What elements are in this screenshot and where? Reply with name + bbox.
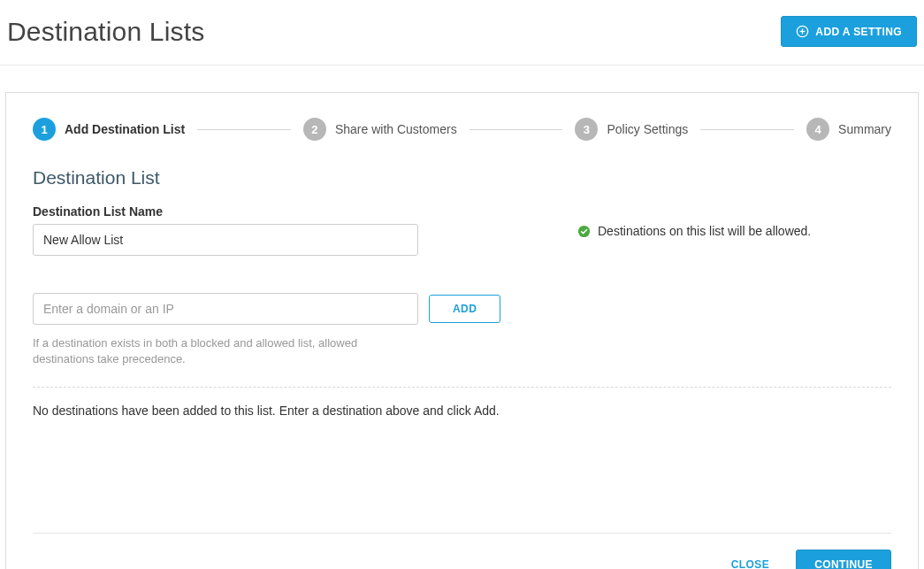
allowed-info-message: Destinations on this list will be allowe… — [577, 224, 891, 238]
step-label: Policy Settings — [607, 122, 688, 136]
name-field-label: Destination List Name — [33, 204, 542, 219]
step-label: Add Destination List — [65, 122, 185, 136]
step-label: Summary — [838, 122, 891, 136]
domain-ip-input[interactable] — [33, 293, 418, 325]
step-add-destination-list[interactable]: 1 Add Destination List — [33, 118, 185, 141]
stepper: 1 Add Destination List 2 Share with Cust… — [33, 118, 891, 141]
wizard-footer: CLOSE CONTINUE — [33, 533, 891, 569]
wizard-panel: 1 Add Destination List 2 Share with Cust… — [5, 92, 919, 569]
plus-circle-icon — [796, 25, 809, 38]
step-divider — [700, 129, 794, 130]
add-setting-button[interactable]: ADD A SETTING — [781, 16, 917, 47]
page-header: Destination Lists ADD A SETTING — [0, 0, 924, 65]
step-policy-settings[interactable]: 3 Policy Settings — [575, 118, 688, 141]
allowed-info-text: Destinations on this list will be allowe… — [598, 224, 811, 238]
step-number: 4 — [806, 118, 829, 141]
destination-list-name-input[interactable] — [33, 224, 418, 256]
step-share-with-customers[interactable]: 2 Share with Customers — [303, 118, 457, 141]
section-title: Destination List — [33, 167, 891, 188]
step-number: 2 — [303, 118, 326, 141]
continue-button[interactable]: CONTINUE — [796, 550, 891, 569]
add-destination-button[interactable]: ADD — [429, 295, 500, 323]
empty-list-message: No destinations have been added to this … — [33, 404, 891, 418]
list-divider — [33, 387, 891, 388]
check-circle-icon — [577, 225, 591, 238]
step-number: 3 — [575, 118, 598, 141]
close-button[interactable]: CLOSE — [728, 550, 773, 569]
svg-point-3 — [578, 225, 590, 236]
add-setting-label: ADD A SETTING — [815, 26, 902, 38]
step-label: Share with Customers — [335, 122, 457, 136]
step-divider — [197, 129, 291, 130]
step-divider — [470, 129, 563, 130]
step-number: 1 — [33, 118, 56, 141]
precedence-helper-text: If a destination exists in both a blocke… — [33, 335, 413, 367]
step-summary[interactable]: 4 Summary — [806, 118, 891, 141]
page-title: Destination Lists — [7, 17, 205, 47]
